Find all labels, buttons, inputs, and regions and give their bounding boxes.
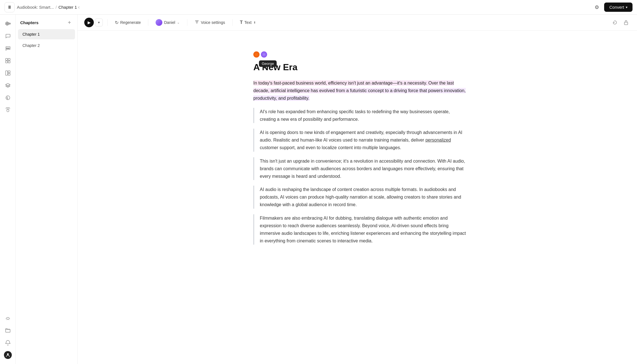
sidebar-icon-folder[interactable] xyxy=(2,325,13,336)
pause-icon: ⏸ xyxy=(7,5,12,10)
sidebar-icon-chat[interactable] xyxy=(2,30,13,42)
svg-rect-4 xyxy=(10,23,11,24)
regenerate-label: Regenerate xyxy=(120,20,141,25)
breadcrumb-chapter[interactable]: Chapter 1 ‹ xyxy=(58,4,80,10)
sidebar-icon-signal[interactable] xyxy=(2,312,13,324)
sidebar-icon-bell[interactable] xyxy=(2,337,13,348)
play-icon: ▶ xyxy=(88,20,91,25)
speaker-avatars xyxy=(253,51,467,58)
convert-button[interactable]: Convert ▾ xyxy=(604,3,633,12)
svg-rect-3 xyxy=(9,23,10,24)
george-popup: George xyxy=(259,60,277,67)
voice-avatar xyxy=(156,19,162,26)
pause-button[interactable]: ⏸ xyxy=(4,2,15,12)
toolbar-divider-3 xyxy=(187,19,187,26)
content-area: ▶ ▾ ↻ Regenerate Daniel ⌄ xyxy=(78,15,637,364)
lock-button[interactable] xyxy=(622,18,630,27)
sidebar-icon-chat2[interactable] xyxy=(2,43,13,54)
sidebar-icon-layers[interactable] xyxy=(2,80,13,91)
sidebar-icon-grid[interactable] xyxy=(2,67,13,79)
svg-rect-1 xyxy=(7,22,7,26)
quote-text-3: This isn't just an upgrade in convenienc… xyxy=(260,157,467,180)
chapters-panel: Chapters + Chapter 1 Chapter 2 xyxy=(16,15,78,364)
voice-name: Daniel xyxy=(164,20,175,25)
top-bar: ⏸ Audiobook: Smart... / Chapter 1 ‹ ⚙ Co… xyxy=(0,0,637,15)
toolbar-divider-4 xyxy=(232,19,233,26)
top-bar-right: ⚙ Convert ▾ xyxy=(592,3,633,12)
sidebar-icon-radio[interactable] xyxy=(2,104,13,116)
doc-title: A New Era xyxy=(253,62,467,72)
settings-icon: ⚙ xyxy=(595,4,599,10)
text-icon: T xyxy=(240,20,243,25)
quote-text-2: AI is opening doors to new kinds of enga… xyxy=(260,129,467,152)
play-button[interactable]: ▶ xyxy=(84,18,94,27)
content-wrapper: George A New Era In today's fast-paced b… xyxy=(253,51,467,245)
svg-rect-11 xyxy=(8,61,10,63)
svg-rect-9 xyxy=(8,58,10,60)
chapters-header: Chapters + xyxy=(16,15,77,29)
george-label: George xyxy=(262,62,274,66)
toolbar: ▶ ▾ ↻ Regenerate Daniel ⌄ xyxy=(78,15,637,31)
main-layout: Chapters + Chapter 1 Chapter 2 ▶ ▾ xyxy=(0,15,637,364)
svg-point-16 xyxy=(7,110,9,112)
quote-block-4: AI audio is reshaping the landscape of c… xyxy=(253,186,467,209)
settings-button[interactable]: ⚙ xyxy=(592,3,601,12)
breadcrumb: Audiobook: Smart... / Chapter 1 ‹ xyxy=(17,4,80,10)
svg-rect-12 xyxy=(6,71,8,75)
quote-block-3: This isn't just an upgrade in convenienc… xyxy=(253,157,467,180)
svg-rect-0 xyxy=(6,22,6,25)
svg-rect-18 xyxy=(624,22,628,25)
sidebar-icon-analytics[interactable] xyxy=(2,55,13,66)
svg-rect-13 xyxy=(8,71,10,73)
playback-dropdown[interactable]: ▾ xyxy=(95,19,103,26)
voice-settings-button[interactable]: Voice settings xyxy=(192,18,228,27)
quote-block-2: AI is opening doors to new kinds of enga… xyxy=(253,129,467,152)
regenerate-icon: ↻ xyxy=(115,20,119,25)
toolbar-divider-2 xyxy=(148,19,148,26)
chapter-item-2[interactable]: Chapter 2 xyxy=(18,40,75,51)
chapters-add-button[interactable]: + xyxy=(66,19,73,26)
convert-label: Convert xyxy=(609,5,624,10)
paragraph-1: In today's fast-paced business world, ef… xyxy=(253,79,467,102)
svg-point-17 xyxy=(7,353,9,355)
svg-rect-10 xyxy=(6,61,8,63)
svg-point-5 xyxy=(6,48,7,49)
dropdown-chevron: ▾ xyxy=(98,21,100,24)
svg-point-6 xyxy=(7,48,8,49)
breadcrumb-chevron: ‹ xyxy=(78,4,80,10)
text-chevron: ⬍ xyxy=(253,21,256,24)
toolbar-right xyxy=(611,18,630,27)
sidebar-icon-bolt[interactable] xyxy=(2,92,13,103)
breadcrumb-app: Audiobook: Smart... xyxy=(17,5,54,10)
toolbar-divider-1 xyxy=(107,19,108,26)
breadcrumb-sep: / xyxy=(56,5,57,10)
voice-chevron: ⌄ xyxy=(177,21,180,24)
sidebar-icon-user-avatar[interactable] xyxy=(2,349,13,361)
svg-rect-8 xyxy=(6,58,8,60)
svg-point-7 xyxy=(8,48,9,49)
highlighted-paragraph: In today's fast-paced business world, ef… xyxy=(253,80,466,101)
speaker-dot-purple xyxy=(261,51,267,58)
voice-settings-label: Voice settings xyxy=(201,20,225,25)
chapter-item-1[interactable]: Chapter 1 xyxy=(18,29,75,39)
quote-block-5: Filmmakers are also embracing AI for dub… xyxy=(253,214,467,245)
text-label: Text xyxy=(244,20,252,25)
regenerate-button[interactable]: ↻ Regenerate xyxy=(112,18,144,27)
convert-chevron: ▾ xyxy=(626,5,627,9)
speaker-dot-orange xyxy=(253,51,260,58)
text-button[interactable]: T Text ⬍ xyxy=(237,18,258,27)
icon-sidebar xyxy=(0,15,16,364)
doc-content: George A New Era In today's fast-paced b… xyxy=(78,31,637,364)
quote-text-4: AI audio is reshaping the landscape of c… xyxy=(260,186,467,209)
quote-text-1: AI's role has expanded from enhancing sp… xyxy=(260,108,467,123)
voice-selector[interactable]: Daniel ⌄ xyxy=(153,17,183,28)
play-group: ▶ ▾ xyxy=(84,18,103,27)
chapters-title: Chapters xyxy=(20,20,38,25)
voice-settings-icon xyxy=(195,20,199,25)
history-button[interactable] xyxy=(611,18,619,27)
top-bar-left: ⏸ Audiobook: Smart... / Chapter 1 ‹ xyxy=(4,2,80,12)
personalized-link: personalized xyxy=(426,138,451,142)
quote-text-5: Filmmakers are also embracing AI for dub… xyxy=(260,214,467,245)
sidebar-icon-waveform[interactable] xyxy=(2,18,13,29)
add-icon: + xyxy=(68,19,71,26)
